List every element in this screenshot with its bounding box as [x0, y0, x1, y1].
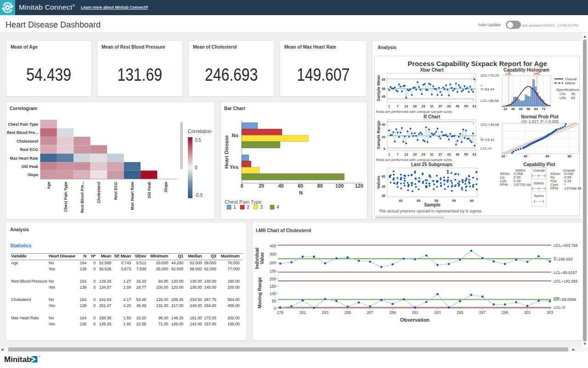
svg-text:-0.5: -0.5 — [195, 193, 203, 198]
svg-text:Analysis: Analysis — [378, 45, 397, 50]
svg-text:150: 150 — [270, 284, 276, 289]
svg-text:40: 40 — [511, 107, 515, 111]
svg-text:Max Heart Rate: Max Heart Rate — [10, 156, 39, 161]
svg-text:291: 291 — [412, 310, 418, 315]
svg-text:Slope: Slope — [28, 173, 38, 177]
svg-text:Chest Pain Type: Chest Pain Type — [225, 199, 262, 205]
svg-text:20: 20 — [259, 183, 264, 189]
svg-text:Rest ECG: Rest ECG — [113, 182, 118, 200]
svg-text:PPM: PPM — [550, 186, 559, 190]
svg-text:Cholesterol: Cholesterol — [96, 182, 101, 203]
svg-text:2: 2 — [247, 204, 249, 210]
svg-text:Chest Pain Type: Chest Pain Type — [63, 182, 68, 212]
svg-text:281: 281 — [300, 310, 306, 315]
svg-text:Correlation: Correlation — [188, 128, 212, 134]
svg-text:MR=59.0596: MR=59.0596 — [554, 297, 576, 302]
svg-text:X=54.44: X=54.44 — [481, 87, 495, 91]
svg-text:100: 100 — [335, 183, 344, 189]
svg-text:30: 30 — [382, 194, 385, 198]
svg-text:Rest Blood Pre...: Rest Blood Pre... — [7, 130, 38, 135]
svg-text:LCL=38.68: LCL=38.68 — [481, 99, 499, 103]
svg-text:60: 60 — [382, 174, 385, 178]
svg-text:13: 13 — [404, 152, 408, 156]
svg-text:Slope: Slope — [164, 182, 168, 192]
svg-text:UCL=192.965: UCL=192.965 — [554, 279, 578, 284]
svg-text:Value: Value — [260, 252, 265, 265]
svg-text:Overall: Overall — [533, 168, 545, 173]
svg-text:137068.58: 137068.58 — [564, 186, 582, 190]
svg-text:60: 60 — [545, 154, 549, 158]
svg-text:No: No — [232, 133, 238, 138]
svg-text:43: 43 — [447, 104, 451, 108]
svg-text:LSL: LSL — [505, 72, 512, 75]
svg-text:43: 43 — [447, 152, 451, 156]
svg-text:7: 7 — [397, 104, 399, 108]
svg-text:297: 297 — [479, 310, 486, 315]
svg-text:1: 1 — [388, 152, 390, 156]
svg-text:Old Peak: Old Peak — [147, 182, 152, 199]
svg-text:UCL=403.766: UCL=403.766 — [554, 243, 578, 248]
svg-text:1: 1 — [233, 204, 236, 210]
svg-text:49: 49 — [456, 152, 459, 156]
svg-text:0: 0 — [240, 183, 243, 189]
svg-text:20: 20 — [501, 154, 505, 158]
svg-text:120: 120 — [355, 183, 363, 189]
svg-text:293: 293 — [434, 310, 441, 315]
svg-text:40: 40 — [523, 154, 527, 158]
svg-text:Cholesterol: Cholesterol — [17, 139, 38, 144]
svg-text:Tests are performed with unequ: Tests are performed with unequal sample … — [375, 158, 453, 162]
svg-text:289: 289 — [390, 310, 396, 315]
svg-text:37: 37 — [438, 152, 442, 156]
svg-text:Rest ECG: Rest ECG — [20, 147, 39, 152]
svg-text:Yes: Yes — [230, 164, 238, 170]
svg-text:Tests are performed with unequ: Tests are performed with unequal sample … — [375, 110, 453, 114]
svg-text:35: 35 — [571, 92, 575, 96]
svg-text:0: 0 — [384, 147, 385, 151]
svg-text:299: 299 — [502, 310, 508, 315]
svg-text:287: 287 — [367, 310, 373, 315]
svg-text:61: 61 — [473, 152, 476, 156]
svg-text:55: 55 — [464, 104, 468, 108]
svg-text:49: 49 — [456, 104, 459, 108]
svg-text:37: 37 — [438, 104, 442, 108]
svg-text:0: 0 — [274, 306, 276, 311]
svg-text:Chest Pain Type: Chest Pain Type — [8, 122, 39, 127]
svg-text:Process Capability Sixpack Rep: Process Capability Sixpack Report for Ag… — [407, 60, 547, 67]
svg-text:65: 65 — [571, 96, 575, 100]
svg-text:400: 400 — [270, 244, 276, 248]
svg-text:19: 19 — [413, 104, 417, 108]
svg-text:295: 295 — [457, 310, 463, 315]
svg-text:Moving Range: Moving Range — [257, 277, 262, 308]
svg-text:LCL=89.6197: LCL=89.6197 — [554, 270, 577, 275]
svg-text:Normal Prob Plot: Normal Prob Plot — [521, 114, 559, 119]
svg-text:Specs: Specs — [534, 194, 544, 198]
svg-text:100: 100 — [270, 291, 276, 296]
svg-text:Sample Mean: Sample Mean — [376, 75, 381, 101]
svg-text:40: 40 — [278, 183, 283, 189]
svg-text:Sample Range: Sample Range — [376, 121, 381, 149]
svg-text:80: 80 — [317, 183, 323, 189]
svg-text:LSL: LSL — [560, 92, 566, 96]
svg-text:Correlogram: Correlogram — [10, 106, 37, 111]
svg-text:Xbar Chart: Xbar Chart — [420, 67, 444, 72]
svg-text:0.5: 0.5 — [195, 138, 201, 143]
svg-text:303: 303 — [547, 310, 553, 315]
svg-text:1: 1 — [388, 104, 390, 108]
svg-text:X=246.693: X=246.693 — [554, 257, 573, 262]
svg-text:13: 13 — [404, 104, 408, 108]
svg-text:AD: 1.517, P: < 0.005: AD: 1.517, P: < 0.005 — [521, 119, 559, 124]
svg-text:Rest Blood Pre...: Rest Blood Pre... — [80, 182, 85, 213]
svg-text:Within: Within — [565, 81, 575, 85]
svg-text:300: 300 — [270, 252, 276, 256]
svg-text:45: 45 — [382, 184, 385, 189]
svg-text:80: 80 — [567, 154, 571, 158]
svg-text:200: 200 — [270, 277, 276, 281]
svg-text:Specifications: Specifications — [556, 88, 579, 92]
svg-text:60: 60 — [298, 183, 303, 189]
svg-text:20: 20 — [382, 135, 385, 139]
svg-text:55: 55 — [382, 87, 385, 91]
svg-text:Bar Chart: Bar Chart — [224, 106, 245, 111]
svg-text:55: 55 — [464, 152, 468, 156]
svg-text:279: 279 — [277, 310, 283, 315]
svg-text:72: 72 — [542, 107, 545, 111]
